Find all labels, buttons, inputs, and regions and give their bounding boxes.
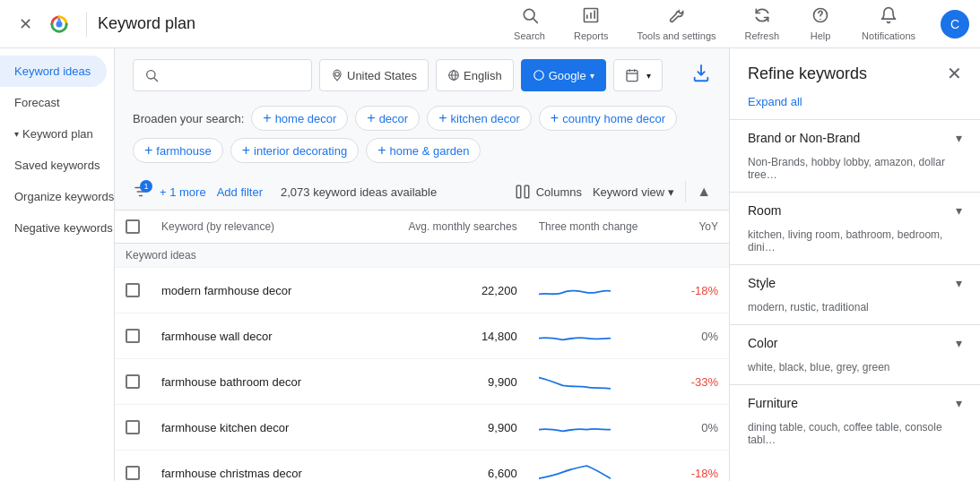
user-avatar[interactable]: C [941, 10, 969, 39]
row-checkbox-2[interactable] [126, 374, 140, 389]
refine-close-button[interactable]: ✕ [947, 63, 962, 84]
refine-section-2: Style ▾ modern, rustic, traditional [730, 264, 980, 324]
page-title: Keyword plan [98, 14, 496, 33]
sidebar-group-keyword-plan[interactable]: ▾ Keyword plan [0, 118, 114, 150]
refine-section-header-0[interactable]: Brand or Non-Brand ▾ [730, 120, 980, 156]
col-avg-monthly[interactable]: Avg. monthly searches [377, 210, 527, 244]
collapse-button[interactable]: ▲ [697, 184, 711, 200]
sparkline-cell [528, 451, 667, 482]
broad-chip-0[interactable]: +home decor [251, 106, 348, 131]
refine-section-0: Brand or Non-Brand ▾ Non-Brands, hobby l… [730, 119, 980, 192]
sidebar-item-forecast[interactable]: Forecast [0, 87, 107, 118]
keyword-input[interactable]: farmhouse decor [166, 68, 291, 82]
col-keyword[interactable]: Keyword (by relevance) [151, 210, 377, 244]
table-row: farmhouse christmas decor6,600 -18% [115, 451, 729, 482]
yoy-cell: -18% [667, 268, 729, 314]
sidebar-item-organize-keywords[interactable]: Organize keywords [0, 181, 107, 212]
broad-chip-6[interactable]: +home & garden [366, 138, 481, 163]
google-icon [533, 69, 545, 82]
keyword-cell: modern farmhouse decor [151, 268, 377, 314]
top-nav: ✕ Keyword plan Search Reports [0, 0, 980, 48]
filter-button[interactable]: 1 [133, 184, 149, 200]
notifications-icon [880, 6, 898, 29]
broad-chip-3[interactable]: +country home decor [539, 106, 677, 131]
tools-nav-label: Tools and settings [637, 30, 715, 41]
refine-section-header-4[interactable]: Furniture ▾ [730, 385, 980, 421]
sidebar-item-saved-keywords[interactable]: Saved keywords [0, 150, 107, 181]
search-nav-button[interactable]: Search [499, 1, 559, 47]
svg-rect-18 [516, 185, 521, 198]
toolbar: 1 + 1 more Add filter 2,073 keyword idea… [115, 174, 729, 210]
refine-section-sub-0: Non-Brands, hobby lobby, amazon, dollar … [730, 156, 980, 192]
select-all-checkbox[interactable] [126, 219, 140, 234]
row-checkbox-3[interactable] [126, 420, 140, 434]
broad-chip-1[interactable]: +decor [355, 106, 420, 131]
row-checkbox-4[interactable] [126, 466, 140, 480]
sidebar-item-negative-keywords[interactable]: Negative keywords [0, 212, 107, 244]
location-filter[interactable]: United States [319, 59, 429, 91]
divider [685, 181, 686, 202]
table-header-row: Keyword (by relevance) Avg. monthly sear… [115, 210, 729, 244]
table-row: farmhouse wall decor14,800 0% [115, 314, 729, 359]
refine-section-sub-4: dining table, couch, coffee table, conso… [730, 421, 980, 457]
add-filter-button[interactable]: Add filter [217, 185, 263, 199]
col-yoy[interactable]: YoY [667, 210, 729, 244]
table-row: farmhouse kitchen decor9,900 0% [115, 405, 729, 451]
svg-point-8 [820, 19, 821, 20]
notifications-nav-button[interactable]: Notifications [847, 1, 930, 47]
broad-chip-4[interactable]: +farmhouse [133, 138, 223, 163]
filter-badge: 1 [140, 180, 152, 193]
refine-section-1: Room ▾ kitchen, living room, bathroom, b… [730, 192, 980, 264]
nav-divider [86, 12, 87, 37]
refine-title: Refine keywords [748, 64, 867, 83]
row-checkbox-0[interactable] [126, 283, 140, 297]
sparkline-cell [528, 359, 667, 405]
date-filter[interactable]: ▾ [613, 59, 663, 91]
search-row: farmhouse decor United States English Go… [115, 48, 729, 102]
keyword-view-button[interactable]: Keyword view ▾ [593, 185, 674, 199]
table-row: modern farmhouse decor22,200 -18% [115, 268, 729, 314]
expand-all-link[interactable]: Expand all [730, 91, 980, 119]
avg-monthly-cell: 22,200 [377, 268, 527, 314]
help-icon [811, 6, 829, 29]
broad-chip-5[interactable]: +interior decorating [230, 138, 359, 163]
sparkline-cell [528, 405, 667, 451]
refine-section-header-2[interactable]: Style ▾ [730, 265, 980, 301]
help-nav-button[interactable]: Help [794, 1, 847, 47]
refresh-nav-button[interactable]: Refresh [731, 1, 794, 47]
keyword-group-header-row: Keyword ideas [115, 244, 729, 268]
col-three-month[interactable]: Three month change [528, 210, 667, 244]
svg-point-11 [335, 73, 340, 77]
refine-header: Refine keywords ✕ [730, 48, 980, 91]
broad-chip-2[interactable]: +kitchen decor [427, 106, 532, 131]
refine-section-3: Color ▾ white, black, blue, grey, green [730, 324, 980, 384]
refine-section-title-1: Room [748, 203, 781, 218]
chevron-down-icon: ▾ [646, 71, 651, 81]
refine-section-header-1[interactable]: Room ▾ [730, 193, 980, 228]
columns-button[interactable]: Columns [515, 184, 582, 200]
close-button[interactable]: ✕ [11, 10, 39, 39]
google-logo [43, 8, 75, 40]
sidebar-item-keyword-ideas[interactable]: Keyword ideas [0, 56, 107, 87]
network-label: Google [549, 69, 586, 82]
row-checkbox-1[interactable] [126, 329, 140, 343]
chevron-down-icon: ▾ [956, 336, 962, 350]
refresh-nav-label: Refresh [745, 30, 780, 41]
more-filters-link[interactable]: + 1 more [160, 185, 206, 199]
reports-icon [582, 6, 600, 29]
main-content: farmhouse decor United States English Go… [115, 48, 729, 481]
network-filter[interactable]: Google ▾ [521, 59, 606, 91]
tools-nav-button[interactable]: Tools and settings [622, 1, 730, 47]
notifications-nav-label: Notifications [862, 30, 915, 41]
chevron-down-icon: ▾ [956, 131, 962, 145]
keyword-cell: farmhouse christmas decor [151, 451, 377, 482]
search-icon [144, 68, 159, 82]
language-filter[interactable]: English [436, 59, 514, 91]
refine-section-header-3[interactable]: Color ▾ [730, 325, 980, 361]
reports-nav-button[interactable]: Reports [559, 1, 623, 47]
download-button[interactable] [691, 64, 711, 88]
refine-section-sub-1: kitchen, living room, bathroom, bedroom,… [730, 228, 980, 264]
refine-section-4: Furniture ▾ dining table, couch, coffee … [730, 384, 980, 457]
ideas-count: 2,073 keyword ideas available [281, 185, 437, 199]
keyword-search-box[interactable]: farmhouse decor [133, 59, 312, 91]
